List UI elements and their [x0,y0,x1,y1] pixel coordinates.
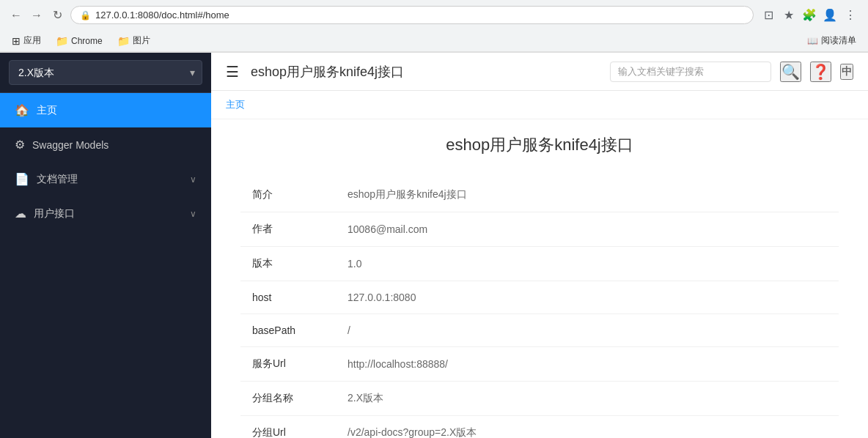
sidebar-item-doc[interactable]: 📄 文档管理 ∨ [0,162,211,196]
sidebar-select-wrapper: 2.X版本 [0,53,211,93]
row-value-group-url: /v2/api-docs?group=2.X版本 [336,416,839,439]
language-button[interactable]: 中 [840,64,853,80]
table-row: 版本 1.0 [240,247,839,281]
app-header: ☰ eshop用户服务knife4j接口 输入文档关键字搜索 🔍 ❓ 中 [211,53,868,91]
chevron-down-icon-2: ∨ [190,209,196,219]
chrome-bookmark[interactable]: 📁 Chrome [53,34,106,48]
table-row: 分组Url /v2/api-docs?group=2.X版本 [240,416,839,439]
header-actions: 🔍 ❓ 中 [780,62,853,82]
table-row: 分组名称 2.X版本 [240,382,839,416]
row-value-group-name: 2.X版本 [336,382,839,416]
cast-button[interactable]: ⊡ [760,7,777,24]
row-value-intro: eshop用户服务knife4j接口 [336,178,839,212]
browser-nav: ← → ↻ 🔒 127.0.0.1:8080/doc.html#/home ⊡ … [0,0,868,30]
address-bar[interactable]: 🔒 127.0.0.1:8080/doc.html#/home [70,6,754,24]
table-row: 简介 eshop用户服务knife4j接口 [240,178,839,212]
table-row: 作者 10086@mail.com [240,212,839,247]
bookmarks-bar: ⊞ 应用 📁 Chrome 📁 图片 📖 阅读清单 [0,30,868,52]
gear-icon: ⚙ [15,138,25,152]
extensions-button[interactable]: 🧩 [801,7,818,24]
back-button[interactable]: ← [9,8,23,23]
cloud-icon: ☁ [15,207,26,220]
sidebar-nav: 🏠 主页 ⚙ Swagger Models 📄 文档管理 ∨ ☁ 用户接口 ∨ [0,93,211,438]
chrome-folder-icon: 📁 [56,35,68,47]
search-placeholder-text: 输入文档关键字搜索 [618,65,704,78]
home-icon: 🏠 [15,103,29,117]
browser-chrome: ← → ↻ 🔒 127.0.0.1:8080/doc.html#/home ⊡ … [0,0,868,53]
images-label: 图片 [133,34,150,47]
browser-actions: ⊡ ★ 🧩 👤 ⋮ [760,7,859,24]
doc-icon: 📄 [15,172,29,186]
info-table: 简介 eshop用户服务knife4j接口 作者 10086@mail.com … [240,178,839,438]
apps-grid-icon: ⊞ [12,35,21,47]
forward-button[interactable]: → [29,8,44,23]
sidebar-item-user[interactable]: ☁ 用户接口 ∨ [0,196,211,231]
table-row: basePath / [240,314,839,347]
row-label-service-url: 服务Url [240,347,336,382]
table-row: 服务Url http://localhost:88888/ [240,347,839,382]
breadcrumb-home-link[interactable]: 主页 [226,99,245,110]
row-label-intro: 简介 [240,178,336,212]
row-label-version: 版本 [240,247,336,281]
profile-button[interactable]: 👤 [821,7,839,24]
row-value-basepath: / [336,314,839,347]
reader-icon: 📖 [807,36,818,46]
reader-mode-button[interactable]: 📖 阅读清单 [804,33,859,48]
sidebar-item-home[interactable]: 🏠 主页 [0,93,211,127]
chrome-label: Chrome [71,36,103,46]
header-search[interactable]: 输入文档关键字搜索 [610,62,771,82]
sidebar-item-user-label: 用户接口 [34,207,75,220]
sidebar-item-home-label: 主页 [37,104,57,117]
reader-label: 阅读清单 [821,34,856,47]
row-value-host: 127.0.0.1:8080 [336,281,839,314]
sidebar-item-doc-label: 文档管理 [37,173,78,186]
row-value-author: 10086@mail.com [336,212,839,247]
images-folder-icon: 📁 [117,35,130,47]
apps-label: 应用 [23,34,41,47]
sidebar-toggle-icon[interactable]: ☰ [226,63,239,81]
refresh-button[interactable]: ↻ [50,8,65,23]
row-label-basepath: basePath [240,314,336,347]
page-title: eshop用户服务knife4j接口 [240,134,839,156]
help-button[interactable]: ❓ [810,62,831,82]
menu-button[interactable]: ⋮ [842,7,859,24]
content-body: eshop用户服务knife4j接口 简介 eshop用户服务knife4j接口… [211,119,868,438]
apps-bookmark[interactable]: ⊞ 应用 [9,33,44,48]
version-select-wrapper: 2.X版本 [9,60,202,85]
search-button[interactable]: 🔍 [780,62,801,82]
row-label-group-name: 分组名称 [240,382,336,416]
row-label-author: 作者 [240,212,336,247]
sidebar: 2.X版本 🏠 主页 ⚙ Swagger Models 📄 文档管理 ∨ ☁ 用… [0,53,211,438]
content-area: 主页 eshop用户服务knife4j接口 简介 eshop用户服务knife4… [211,91,868,438]
bookmark-button[interactable]: ★ [780,7,798,24]
header-title: eshop用户服务knife4j接口 [251,63,610,81]
lock-icon: 🔒 [80,10,91,21]
sidebar-item-swagger-label: Swagger Models [32,139,108,151]
main-area: ☰ eshop用户服务knife4j接口 输入文档关键字搜索 🔍 ❓ 中 主页 … [211,53,868,438]
sidebar-item-swagger[interactable]: ⚙ Swagger Models [0,127,211,162]
row-label-group-url: 分组Url [240,416,336,439]
row-value-version: 1.0 [336,247,839,281]
row-value-service-url: http://localhost:88888/ [336,347,839,382]
chevron-down-icon: ∨ [190,174,196,185]
breadcrumb: 主页 [211,91,868,119]
table-row: host 127.0.0.1:8080 [240,281,839,314]
version-select[interactable]: 2.X版本 [9,60,202,85]
row-label-host: host [240,281,336,314]
url-text: 127.0.0.1:8080/doc.html#/home [95,10,229,21]
app-container: 2.X版本 🏠 主页 ⚙ Swagger Models 📄 文档管理 ∨ ☁ 用… [0,53,868,438]
images-bookmark[interactable]: 📁 图片 [114,33,153,48]
